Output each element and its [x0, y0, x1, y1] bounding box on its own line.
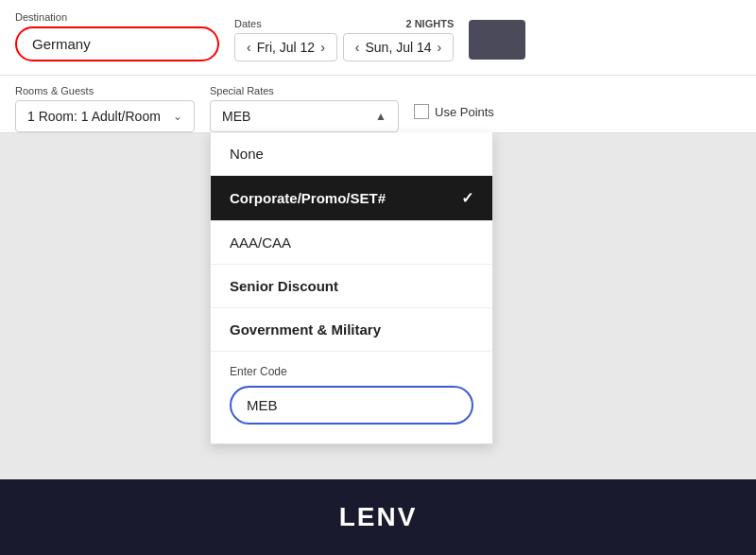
bottom-bar: LENV: [0, 479, 756, 555]
checkmark-icon: ✓: [461, 189, 473, 207]
dates-label: Dates: [234, 18, 262, 29]
rooms-label: Rooms & Guests: [15, 85, 195, 96]
booking-bar: Destination Dates 2 NIGHTS ‹ Fri, Jul 12…: [0, 0, 756, 76]
special-rates-label: Special Rates: [210, 85, 399, 96]
dropdown-aaa-label: AAA/CAA: [230, 234, 291, 251]
rooms-selector[interactable]: 1 Room: 1 Adult/Room ⌄: [15, 100, 195, 132]
enter-code-input[interactable]: [230, 386, 473, 425]
dropdown-none-label: None: [230, 146, 264, 162]
dropdown-item-senior[interactable]: Senior Discount: [211, 265, 492, 308]
use-points-label: Use Points: [435, 105, 494, 119]
bottom-logo: LENV: [339, 502, 418, 532]
nights-badge: 2 NIGHTS: [405, 18, 454, 29]
checkout-prev-button[interactable]: ‹: [353, 41, 362, 54]
dates-label-row: Dates 2 NIGHTS: [234, 18, 454, 29]
dropdown-item-aaa[interactable]: AAA/CAA: [211, 221, 492, 265]
enter-code-label: Enter Code: [230, 365, 473, 378]
destination-wrapper[interactable]: [15, 26, 219, 61]
dates-section: Dates 2 NIGHTS ‹ Fri, Jul 12 › ‹ Sun, Ju…: [234, 18, 454, 61]
rooms-chevron-icon: ⌄: [173, 110, 182, 123]
checkin-next-button[interactable]: ›: [318, 41, 327, 54]
dates-inputs: ‹ Fri, Jul 12 › ‹ Sun, Jul 14 ›: [234, 33, 454, 61]
dropdown-item-corporate[interactable]: Corporate/Promo/SET# ✓: [211, 176, 492, 221]
checkin-date-nav[interactable]: ‹ Fri, Jul 12 ›: [234, 33, 337, 61]
enter-code-section: Enter Code: [211, 352, 492, 443]
special-rates-section: Special Rates MEB ▲ None Corporate/Promo…: [210, 85, 399, 132]
special-rates-value: MEB: [222, 109, 250, 124]
special-rates-dropdown: None Corporate/Promo/SET# ✓ AAA/CAA Seni…: [210, 132, 493, 444]
special-rates-chevron-icon: ▲: [375, 110, 387, 123]
checkout-date-nav[interactable]: ‹ Sun, Jul 14 ›: [343, 33, 454, 61]
checkin-prev-button[interactable]: ‹: [245, 41, 253, 54]
search-button[interactable]: [469, 20, 525, 60]
checkout-date: Sun, Jul 14: [365, 40, 431, 55]
special-rates-selector[interactable]: MEB ▲: [210, 100, 399, 132]
destination-input[interactable]: [32, 36, 202, 52]
dropdown-item-none[interactable]: None: [211, 132, 492, 176]
destination-label: Destination: [15, 11, 219, 23]
destination-field-group: Destination: [15, 11, 219, 61]
dropdown-gov-label: Government & Military: [230, 321, 381, 338]
dropdown-senior-label: Senior Discount: [230, 278, 338, 294]
checkin-date: Fri, Jul 12: [257, 40, 315, 55]
checkout-next-button[interactable]: ›: [436, 41, 444, 54]
rooms-field-group: Rooms & Guests 1 Room: 1 Adult/Room ⌄: [15, 85, 195, 132]
dropdown-item-gov[interactable]: Government & Military: [211, 308, 492, 352]
rooms-value: 1 Room: 1 Adult/Room: [27, 109, 161, 124]
use-points-checkbox[interactable]: [414, 104, 429, 119]
dropdown-corporate-label: Corporate/Promo/SET#: [230, 190, 386, 206]
use-points-section[interactable]: Use Points: [414, 104, 494, 127]
